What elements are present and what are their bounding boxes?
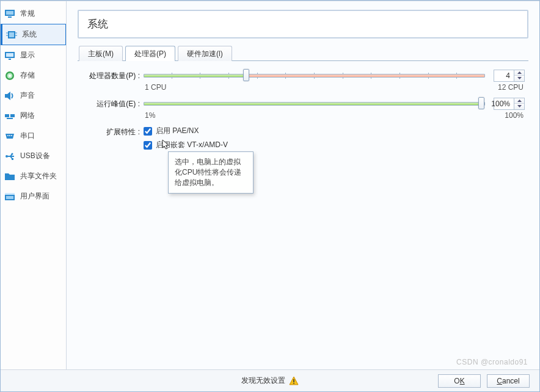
cpu-count-up[interactable] [514, 70, 524, 76]
cpu-count-value[interactable]: 4 [494, 70, 514, 81]
tab-accel[interactable]: 硬件加速(l) [178, 46, 232, 61]
cpu-count-spinbox[interactable]: 4 [494, 70, 525, 82]
status-area: 发现无效设置 [241, 376, 299, 386]
cpu-count-down[interactable] [514, 76, 524, 81]
speaker-icon [4, 91, 15, 101]
row-cpu-count: 处理器数量(P) [81, 70, 525, 92]
svg-rect-30 [293, 379, 294, 382]
sidebar-item-label: 共享文件夹 [20, 171, 57, 181]
checkbox-nested-vtx-label: 启用嵌套 VT-x/AMD-V [156, 140, 228, 150]
warning-icon [289, 376, 299, 386]
cpu-min-label: 1 CPU [145, 83, 166, 92]
tab-motherboard[interactable]: 主板(M) [79, 46, 123, 61]
svg-rect-26 [12, 158, 13, 160]
row-extended-features: 扩展特性 启用 PAE/NX 启用嵌套 VT-x/AMD-V [81, 126, 525, 154]
sidebar-item-label: 系统 [22, 29, 37, 40]
sidebar-item-chip[interactable]: 系统 [1, 24, 66, 45]
execution-cap-slider[interactable] [144, 100, 485, 108]
execution-cap-slider-thumb[interactable] [478, 97, 484, 109]
cap-min-label: 1% [145, 111, 155, 120]
svg-rect-15 [5, 114, 9, 117]
checkbox-nested-vtx[interactable]: 启用嵌套 VT-x/AMD-V [144, 140, 525, 150]
disc-icon [4, 71, 15, 81]
sidebar-item-label: USB设备 [20, 151, 50, 161]
sidebar-item-network[interactable]: 网络 [1, 106, 66, 126]
main-panel: 系统 主板(M)处理器(P)硬件加速(l) 处理器数量(P) [67, 1, 539, 369]
cpu-count-slider-thumb[interactable] [243, 69, 249, 81]
checkbox-pae-nx[interactable]: 启用 PAE/NX [144, 126, 525, 136]
sidebar-item-label: 串口 [20, 131, 35, 141]
svg-rect-29 [6, 196, 13, 199]
checkbox-pae-nx-input[interactable] [144, 127, 152, 136]
execution-cap-slider-line: 100% [144, 98, 525, 110]
svg-point-19 [9, 135, 10, 136]
sidebar-item-label: 网络 [20, 111, 35, 121]
usb-icon [4, 151, 15, 161]
sidebar: 常规系统显示存储声音网络串口USB设备共享文件夹用户界面 [1, 1, 67, 369]
row-execution-cap: 运行峰值(E) 100% [81, 98, 525, 120]
tabbar: 主板(M)处理器(P)硬件加速(l) [78, 46, 528, 61]
cap-slider-labels: 1% 100% [144, 111, 525, 120]
display-icon [4, 51, 15, 60]
svg-rect-1 [6, 11, 13, 15]
execution-cap-value[interactable]: 100% [494, 98, 514, 109]
cancel-button[interactable]: Cancel [487, 374, 530, 388]
svg-point-20 [11, 135, 12, 136]
status-text: 发现无效设置 [241, 376, 285, 386]
sidebar-item-window[interactable]: 用户界面 [1, 186, 66, 206]
sidebar-item-monitor[interactable]: 常规 [1, 4, 66, 24]
sidebar-item-label: 显示 [20, 50, 35, 60]
sidebar-item-label: 声音 [20, 90, 35, 101]
page-title: 系统 [78, 10, 528, 38]
cap-max-label: 100% [505, 111, 524, 120]
svg-point-14 [9, 74, 11, 77]
svg-rect-28 [5, 193, 15, 195]
vm-settings-dialog: 常规系统显示存储声音网络串口USB设备共享文件夹用户界面 系统 主板(M)处理器… [0, 0, 540, 392]
ok-button[interactable]: OK [438, 374, 481, 388]
checkbox-nested-vtx-input[interactable] [144, 141, 152, 150]
chip-icon [6, 30, 17, 40]
serial-icon [4, 131, 15, 141]
sidebar-item-speaker[interactable]: 声音 [1, 85, 66, 106]
folder-icon [4, 172, 15, 181]
sidebar-item-folder[interactable]: 共享文件夹 [1, 166, 66, 186]
label-extended-features: 扩展特性 [81, 126, 140, 137]
svg-rect-16 [10, 114, 15, 117]
svg-point-18 [7, 135, 9, 136]
execution-cap-spinbox[interactable]: 100% [494, 98, 525, 110]
sidebar-item-usb[interactable]: USB设备 [1, 146, 66, 166]
label-execution-cap: 运行峰值(E) [81, 98, 140, 109]
svg-rect-10 [6, 53, 13, 57]
sidebar-item-display[interactable]: 显示 [1, 45, 66, 65]
tab-processor[interactable]: 处理器(P) [125, 46, 175, 61]
window-icon [4, 192, 15, 201]
cap-down[interactable] [514, 104, 524, 109]
sidebar-item-disc[interactable]: 存储 [1, 65, 66, 85]
checkbox-pae-nx-label: 启用 PAE/NX [156, 126, 199, 136]
cpu-count-slider[interactable] [144, 71, 485, 80]
cpu-count-slider-line: 4 [144, 70, 525, 82]
svg-point-24 [12, 153, 13, 154]
cap-up[interactable] [514, 98, 524, 104]
svg-rect-11 [9, 59, 11, 60]
network-icon [4, 111, 15, 121]
label-cpu-count: 处理器数量(P) [81, 70, 140, 81]
tab-content-processor: 处理器数量(P) [78, 61, 528, 164]
cpu-slider-labels: 1 CPU 12 CPU [144, 83, 525, 92]
footer: 发现无效设置 OK Cancel [1, 369, 539, 391]
monitor-icon [4, 9, 15, 19]
tooltip-nested-vtx: 选中，电脑上的虚拟化CPU特性将会传递给虚拟电脑。 [168, 151, 254, 194]
sidebar-item-label: 存储 [20, 70, 35, 81]
cpu-max-label: 12 CPU [498, 83, 524, 92]
svg-rect-4 [9, 32, 14, 37]
svg-rect-2 [8, 16, 12, 18]
svg-rect-31 [293, 383, 294, 384]
content-area: 常规系统显示存储声音网络串口USB设备共享文件夹用户界面 系统 主板(M)处理器… [1, 1, 539, 369]
sidebar-item-label: 用户界面 [20, 191, 49, 201]
sidebar-item-serial[interactable]: 串口 [1, 126, 66, 146]
sidebar-item-label: 常规 [20, 9, 35, 19]
